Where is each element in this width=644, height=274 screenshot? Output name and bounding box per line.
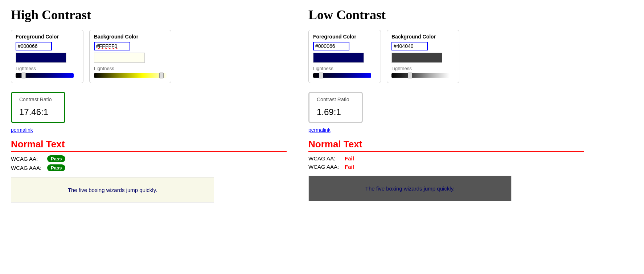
low-contrast-ratio-value: 1.69:1: [317, 103, 354, 118]
low-contrast-preview-box: The five boxing wizards jump quickly.: [308, 176, 512, 201]
low-contrast-bg-slider-handle[interactable]: [408, 73, 412, 78]
low-contrast-bg-track: [391, 73, 450, 78]
low-contrast-ratio-box: Contrast Ratio 1.69:1: [308, 92, 363, 123]
high-contrast-bg-lightness-label: Lightness: [94, 66, 167, 71]
high-contrast-normal-text-heading: Normal Text: [11, 139, 287, 152]
low-contrast-panel: Low Contrast Foreground Color Lightness …: [308, 7, 584, 203]
low-contrast-wcag-aaa-badge: Fail: [345, 164, 354, 170]
high-contrast-bg-slider-handle[interactable]: [159, 73, 164, 78]
high-contrast-ratio-number: 17.46: [19, 107, 41, 117]
high-contrast-bg-slider-container: [94, 73, 167, 78]
low-contrast-normal-text-heading: Normal Text: [308, 139, 584, 152]
low-contrast-fg-input[interactable]: [313, 42, 349, 50]
low-contrast-wcag-aa-badge: Fail: [345, 155, 354, 161]
low-contrast-fg-slider-container: [313, 73, 371, 78]
high-contrast-fg-swatch: [16, 53, 66, 63]
high-contrast-title: High Contrast: [11, 7, 287, 23]
high-contrast-fg-lightness-label: Lightness: [16, 66, 79, 71]
low-contrast-bg-swatch: [391, 53, 442, 63]
low-contrast-fg-slider-handle[interactable]: [319, 73, 323, 78]
low-contrast-bg-lightness-label: Lightness: [391, 66, 455, 71]
high-contrast-wcag-aaa-label: WCAG AAA:: [11, 165, 47, 171]
high-contrast-fg-label: Foreground Color: [16, 34, 79, 40]
low-contrast-color-inputs: Foreground Color Lightness Background Co…: [308, 30, 584, 83]
low-contrast-ratio-label: Contrast Ratio: [317, 97, 354, 102]
low-contrast-fg-box: Foreground Color Lightness: [308, 30, 381, 83]
high-contrast-fg-input[interactable]: [16, 42, 52, 50]
low-contrast-bg-label: Background Color: [391, 34, 455, 40]
low-contrast-fg-swatch: [313, 53, 364, 63]
low-contrast-title: Low Contrast: [308, 7, 584, 23]
high-contrast-wcag-aa-badge: Pass: [47, 155, 65, 162]
high-contrast-panel: High Contrast Foreground Color Lightness…: [11, 7, 287, 203]
high-contrast-wcag-aaa-badge: Pass: [47, 164, 65, 171]
low-contrast-wcag-aaa-row: WCAG AAA: Fail: [308, 164, 584, 170]
high-contrast-permalink[interactable]: permalink: [11, 127, 33, 133]
low-contrast-ratio-suffix: :1: [334, 107, 341, 117]
high-contrast-bg-swatch: [94, 53, 145, 63]
low-contrast-preview-text: The five boxing wizards jump quickly.: [365, 185, 455, 192]
low-contrast-bg-input[interactable]: [391, 42, 428, 50]
high-contrast-preview-box: The five boxing wizards jump quickly.: [11, 177, 214, 203]
high-contrast-fg-slider-container: [16, 73, 74, 78]
high-contrast-bg-input[interactable]: [94, 42, 130, 50]
high-contrast-wcag-aa-label: WCAG AA:: [11, 156, 47, 162]
low-contrast-fg-track: [313, 73, 371, 78]
high-contrast-fg-slider-handle[interactable]: [21, 73, 26, 78]
high-contrast-wcag-aa-row: WCAG AA: Pass: [11, 155, 287, 162]
high-contrast-ratio-value: 17.46:1: [19, 103, 57, 118]
low-contrast-wcag-aa-label: WCAG AA:: [308, 155, 345, 161]
high-contrast-ratio-box: Contrast Ratio 17.46:1: [11, 92, 65, 123]
high-contrast-bg-box: Background Color Lightness: [89, 30, 171, 83]
high-contrast-bg-track: [94, 73, 167, 78]
high-contrast-fg-box: Foreground Color Lightness: [11, 30, 83, 83]
low-contrast-ratio-number: 1.69: [317, 107, 334, 117]
low-contrast-fg-lightness-label: Lightness: [313, 66, 376, 71]
panels-wrapper: High Contrast Foreground Color Lightness…: [11, 7, 633, 203]
high-contrast-ratio-suffix: :1: [41, 107, 48, 117]
high-contrast-wcag-aaa-row: WCAG AAA: Pass: [11, 164, 287, 171]
high-contrast-fg-track: [16, 73, 74, 78]
high-contrast-preview-text: The five boxing wizards jump quickly.: [68, 187, 157, 193]
low-contrast-wcag-aaa-label: WCAG AAA:: [308, 164, 345, 170]
low-contrast-bg-box: Background Color Lightness: [387, 30, 459, 83]
high-contrast-color-inputs: Foreground Color Lightness Background Co…: [11, 30, 287, 83]
low-contrast-fg-label: Foreground Color: [313, 34, 376, 40]
low-contrast-wcag-aa-row: WCAG AA: Fail: [308, 155, 584, 161]
low-contrast-permalink[interactable]: permalink: [308, 127, 331, 133]
high-contrast-bg-label: Background Color: [94, 34, 167, 40]
low-contrast-bg-slider-container: [391, 73, 450, 78]
high-contrast-ratio-label: Contrast Ratio: [19, 97, 57, 102]
